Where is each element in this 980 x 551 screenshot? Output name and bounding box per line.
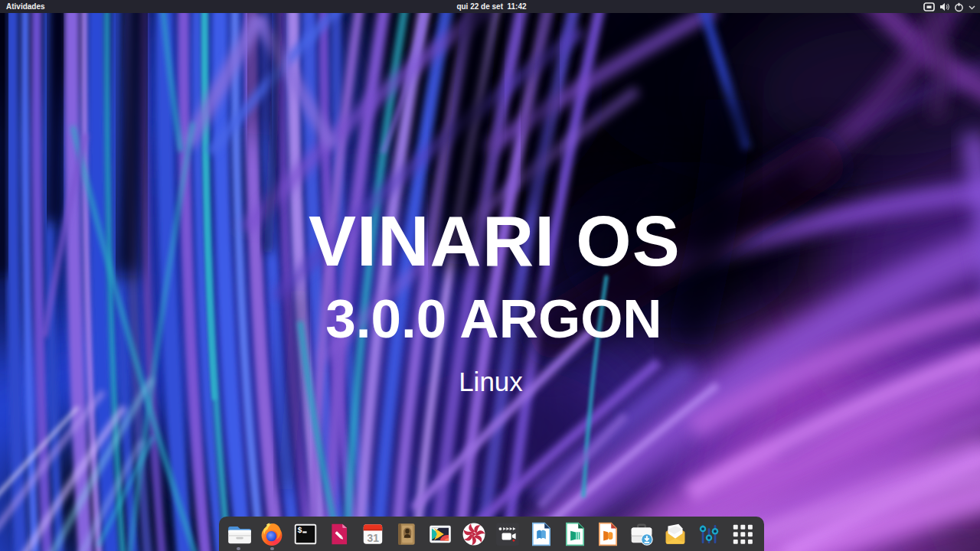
- svg-text:$: $: [298, 527, 302, 535]
- svg-text:31: 31: [368, 532, 380, 544]
